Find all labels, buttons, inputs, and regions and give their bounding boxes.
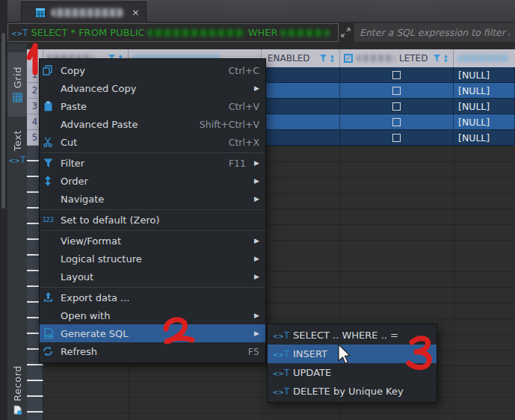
menu-item-set-to-default-zero[interactable]: 123Set to default (Zero) [40,211,265,229]
table-cell[interactable] [262,99,340,114]
filter-sort-icon[interactable] [433,54,449,64]
copy-icon [42,64,54,76]
filter-sort-icon[interactable] [319,54,336,64]
checkbox-unchecked[interactable] [392,87,401,95]
table-cell[interactable] [262,83,340,98]
menu-item-label: Copy [61,65,85,76]
menu-item-delete-by-unique-key[interactable]: <>TDELETE by Unique Key [268,382,437,401]
checkbox-unchecked[interactable] [392,118,401,126]
menu-item-advanced-paste[interactable]: Advanced PasteShift+Ctrl+V [40,115,265,133]
checkbox-unchecked[interactable] [392,102,401,111]
tab-record[interactable]: Record [7,360,27,420]
table-cell[interactable] [340,114,454,129]
sql-statement-bar[interactable]: <>T SELECT * FROM PUBLIC WHER [7,23,339,42]
menu-item-right: ▶ [252,237,259,244]
header-label: LETED [399,53,428,64]
menu-item-view-format[interactable]: View/Format▶ [40,232,265,250]
menu-item-advanced-copy[interactable]: Advanced Copy▶ [40,79,265,97]
sql-text-icon: <>T [9,155,25,164]
menu-item-shortcut: F5 [248,346,259,357]
export-icon [42,291,54,303]
menu-separator [40,209,265,210]
editor-tab[interactable]: × [21,1,147,22]
menu-item-select-where[interactable]: <>TSELECT .. WHERE .. = [268,326,437,345]
menu-item-right: ▶ [252,273,259,280]
expand-panel-icon[interactable] [339,25,353,40]
sql-statement-text: SELECT * FROM PUBLIC WHER [31,27,329,38]
table-cell[interactable] [340,130,454,145]
menu-item-cut[interactable]: CutCtrl+X [40,133,265,151]
menu-item-shortcut: Shift+Ctrl+V [200,119,259,130]
sqlfile-icon: SQL [42,327,54,339]
table-cell[interactable] [340,99,454,114]
table-cell[interactable]: [NULL] [454,99,515,114]
null-value: [NULL] [458,85,490,96]
menu-item-right: ▶ [252,255,259,262]
menu-item-right: Ctrl+V [229,101,259,112]
sql-text-icon: <>T [11,28,28,37]
header-label: ENABLED [268,53,310,64]
menu-item-open-with[interactable]: Open with▶ [40,306,265,324]
checkbox-unchecked[interactable] [392,134,401,142]
menu-item-logical-structure[interactable]: Logical structure▶ [40,250,265,268]
submenu-arrow-icon: ▶ [252,330,259,337]
column-header-leted[interactable]: ✓ LETED [340,49,454,67]
menu-item-shortcut: F11 [229,158,246,169]
menu-item-label: Set to default (Zero) [61,214,160,226]
menu-item-label: INSERT [293,348,327,359]
context-menu: CopyCtrl+CAdvanced Copy▶PasteCtrl+VAdvan… [39,58,266,363]
menu-item-label: Generate SQL [61,328,129,339]
menu-item-right: ▶ [252,195,259,203]
table-cell[interactable] [340,83,454,98]
table-cell[interactable]: [NULL] [454,130,515,145]
menu-item-right: ▶ [252,312,259,319]
tab-text-label: Text [12,130,23,151]
column-header-enabled[interactable]: ENABLED [262,49,340,67]
menu-item-layout[interactable]: Layout▶ [40,268,265,285]
menu-item-refresh[interactable]: RefreshF5 [40,342,265,360]
menu-item-label: Cut [61,137,77,148]
menu-item-label: Layout [61,271,93,282]
table-cell[interactable]: [NULL] [454,83,515,98]
paste-icon [42,100,54,112]
grid-column-divider [454,146,454,420]
svg-text:SQL: SQL [45,333,52,338]
table-cell[interactable]: [NULL] [454,114,515,129]
menu-item-paste[interactable]: PasteCtrl+V [40,97,265,115]
filter-expression-input[interactable] [354,23,515,42]
menu-item-label: Order [61,176,88,187]
sqltext-icon: <>T [274,367,288,379]
menu-separator [40,230,265,231]
table-cell[interactable] [262,67,340,82]
column-header-5[interactable] [454,49,515,67]
menu-item-label: Filter [61,158,84,169]
table-cell[interactable] [262,114,340,129]
refresh-icon [42,345,54,357]
sqltext-icon: <>T [274,386,288,398]
tab-close-icon[interactable]: × [132,7,140,17]
table-cell[interactable] [262,130,340,145]
null-value: [NULL] [458,117,490,128]
left-scrollbar[interactable] [1,33,5,209]
menu-item-filter[interactable]: FilterF11▶ [40,154,265,172]
menu-item-export-data[interactable]: Export data ... [40,288,265,306]
menu-item-generate-sql[interactable]: SQLGenerate SQL▶ [40,324,265,342]
grid-icon [13,93,22,102]
tab-text[interactable]: Text <>T [7,120,27,175]
menu-item-right: ▶ [252,84,259,92]
menu-item-copy[interactable]: CopyCtrl+C [40,61,265,79]
header-redacted [457,55,510,62]
tab-grid[interactable]: Grid [7,52,27,117]
table-cell[interactable]: [NULL] [454,67,515,82]
menu-item-shortcut: Ctrl+V [229,101,259,112]
menu-item-order[interactable]: Order▶ [40,172,265,190]
menu-item-update[interactable]: <>TUPDATE [268,363,437,382]
table-cell[interactable] [340,67,454,82]
tab-grid-label: Grid [12,67,23,88]
menu-item-insert[interactable]: <>TINSERT [268,345,437,363]
empty-row-header [27,413,43,420]
checkbox-unchecked[interactable] [392,71,401,79]
annotation-1-dot [33,43,38,49]
menu-item-navigate[interactable]: Navigate▶ [40,190,265,208]
menu-item-right: ▶ [252,330,259,337]
